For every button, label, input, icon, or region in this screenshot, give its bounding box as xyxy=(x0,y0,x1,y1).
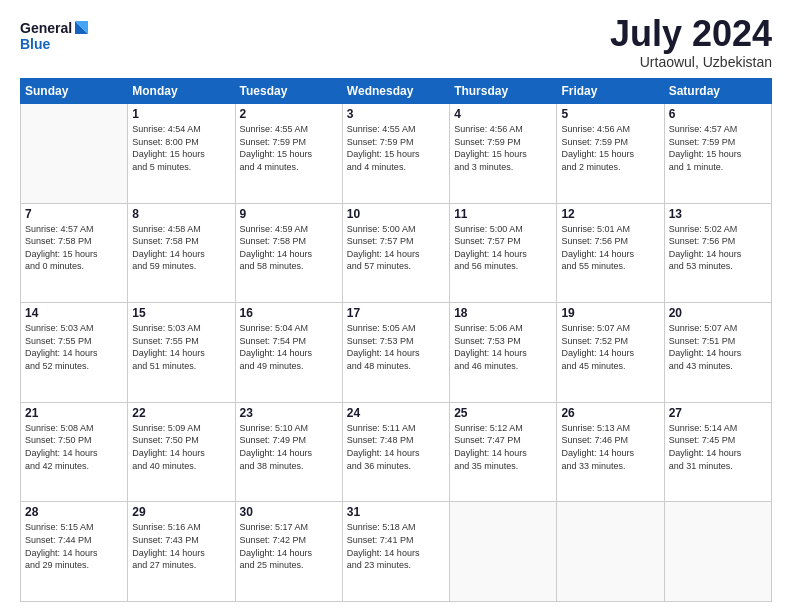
calendar-cell xyxy=(21,104,128,204)
day-info: Sunrise: 4:55 AM Sunset: 7:59 PM Dayligh… xyxy=(240,123,338,173)
calendar-cell: 25Sunrise: 5:12 AM Sunset: 7:47 PM Dayli… xyxy=(450,402,557,502)
calendar-week-row: 28Sunrise: 5:15 AM Sunset: 7:44 PM Dayli… xyxy=(21,502,772,602)
calendar-cell: 3Sunrise: 4:55 AM Sunset: 7:59 PM Daylig… xyxy=(342,104,449,204)
svg-text:Blue: Blue xyxy=(20,36,51,52)
header: GeneralBlue July 2024 Urtaowul, Uzbekist… xyxy=(20,16,772,70)
day-number: 25 xyxy=(454,406,552,420)
day-info: Sunrise: 5:05 AM Sunset: 7:53 PM Dayligh… xyxy=(347,322,445,372)
day-number: 28 xyxy=(25,505,123,519)
calendar-cell: 18Sunrise: 5:06 AM Sunset: 7:53 PM Dayli… xyxy=(450,303,557,403)
day-info: Sunrise: 5:10 AM Sunset: 7:49 PM Dayligh… xyxy=(240,422,338,472)
day-number: 31 xyxy=(347,505,445,519)
weekday-header-wednesday: Wednesday xyxy=(342,79,449,104)
day-number: 22 xyxy=(132,406,230,420)
day-number: 3 xyxy=(347,107,445,121)
day-number: 8 xyxy=(132,207,230,221)
calendar-week-row: 1Sunrise: 4:54 AM Sunset: 8:00 PM Daylig… xyxy=(21,104,772,204)
day-info: Sunrise: 5:08 AM Sunset: 7:50 PM Dayligh… xyxy=(25,422,123,472)
day-info: Sunrise: 5:07 AM Sunset: 7:51 PM Dayligh… xyxy=(669,322,767,372)
calendar-cell: 6Sunrise: 4:57 AM Sunset: 7:59 PM Daylig… xyxy=(664,104,771,204)
day-number: 2 xyxy=(240,107,338,121)
svg-text:General: General xyxy=(20,20,72,36)
day-number: 5 xyxy=(561,107,659,121)
calendar-cell: 16Sunrise: 5:04 AM Sunset: 7:54 PM Dayli… xyxy=(235,303,342,403)
calendar-cell xyxy=(450,502,557,602)
calendar-cell: 8Sunrise: 4:58 AM Sunset: 7:58 PM Daylig… xyxy=(128,203,235,303)
day-info: Sunrise: 4:55 AM Sunset: 7:59 PM Dayligh… xyxy=(347,123,445,173)
day-number: 16 xyxy=(240,306,338,320)
day-info: Sunrise: 4:57 AM Sunset: 7:59 PM Dayligh… xyxy=(669,123,767,173)
day-info: Sunrise: 5:16 AM Sunset: 7:43 PM Dayligh… xyxy=(132,521,230,571)
calendar-body: 1Sunrise: 4:54 AM Sunset: 8:00 PM Daylig… xyxy=(21,104,772,602)
weekday-header-monday: Monday xyxy=(128,79,235,104)
calendar-cell: 27Sunrise: 5:14 AM Sunset: 7:45 PM Dayli… xyxy=(664,402,771,502)
page: GeneralBlue July 2024 Urtaowul, Uzbekist… xyxy=(0,0,792,612)
day-number: 20 xyxy=(669,306,767,320)
day-info: Sunrise: 4:58 AM Sunset: 7:58 PM Dayligh… xyxy=(132,223,230,273)
day-info: Sunrise: 5:13 AM Sunset: 7:46 PM Dayligh… xyxy=(561,422,659,472)
location: Urtaowul, Uzbekistan xyxy=(610,54,772,70)
calendar-cell: 11Sunrise: 5:00 AM Sunset: 7:57 PM Dayli… xyxy=(450,203,557,303)
day-info: Sunrise: 5:03 AM Sunset: 7:55 PM Dayligh… xyxy=(25,322,123,372)
calendar-cell: 21Sunrise: 5:08 AM Sunset: 7:50 PM Dayli… xyxy=(21,402,128,502)
day-number: 24 xyxy=(347,406,445,420)
calendar-cell: 19Sunrise: 5:07 AM Sunset: 7:52 PM Dayli… xyxy=(557,303,664,403)
day-info: Sunrise: 4:56 AM Sunset: 7:59 PM Dayligh… xyxy=(454,123,552,173)
day-info: Sunrise: 5:07 AM Sunset: 7:52 PM Dayligh… xyxy=(561,322,659,372)
day-info: Sunrise: 5:02 AM Sunset: 7:56 PM Dayligh… xyxy=(669,223,767,273)
day-info: Sunrise: 5:01 AM Sunset: 7:56 PM Dayligh… xyxy=(561,223,659,273)
day-info: Sunrise: 5:15 AM Sunset: 7:44 PM Dayligh… xyxy=(25,521,123,571)
title-block: July 2024 Urtaowul, Uzbekistan xyxy=(610,16,772,70)
calendar-cell xyxy=(664,502,771,602)
day-number: 18 xyxy=(454,306,552,320)
day-info: Sunrise: 5:00 AM Sunset: 7:57 PM Dayligh… xyxy=(454,223,552,273)
calendar-cell: 20Sunrise: 5:07 AM Sunset: 7:51 PM Dayli… xyxy=(664,303,771,403)
day-number: 13 xyxy=(669,207,767,221)
day-number: 19 xyxy=(561,306,659,320)
day-number: 27 xyxy=(669,406,767,420)
day-info: Sunrise: 4:59 AM Sunset: 7:58 PM Dayligh… xyxy=(240,223,338,273)
day-info: Sunrise: 4:56 AM Sunset: 7:59 PM Dayligh… xyxy=(561,123,659,173)
calendar-cell: 12Sunrise: 5:01 AM Sunset: 7:56 PM Dayli… xyxy=(557,203,664,303)
day-number: 9 xyxy=(240,207,338,221)
weekday-header-thursday: Thursday xyxy=(450,79,557,104)
calendar-cell: 23Sunrise: 5:10 AM Sunset: 7:49 PM Dayli… xyxy=(235,402,342,502)
day-number: 14 xyxy=(25,306,123,320)
calendar-week-row: 14Sunrise: 5:03 AM Sunset: 7:55 PM Dayli… xyxy=(21,303,772,403)
calendar-cell: 17Sunrise: 5:05 AM Sunset: 7:53 PM Dayli… xyxy=(342,303,449,403)
weekday-header-tuesday: Tuesday xyxy=(235,79,342,104)
calendar-cell: 26Sunrise: 5:13 AM Sunset: 7:46 PM Dayli… xyxy=(557,402,664,502)
calendar-cell: 10Sunrise: 5:00 AM Sunset: 7:57 PM Dayli… xyxy=(342,203,449,303)
day-info: Sunrise: 5:00 AM Sunset: 7:57 PM Dayligh… xyxy=(347,223,445,273)
calendar-cell: 28Sunrise: 5:15 AM Sunset: 7:44 PM Dayli… xyxy=(21,502,128,602)
day-number: 29 xyxy=(132,505,230,519)
calendar-cell: 2Sunrise: 4:55 AM Sunset: 7:59 PM Daylig… xyxy=(235,104,342,204)
calendar-table: SundayMondayTuesdayWednesdayThursdayFrid… xyxy=(20,78,772,602)
day-number: 30 xyxy=(240,505,338,519)
day-number: 6 xyxy=(669,107,767,121)
calendar-cell: 31Sunrise: 5:18 AM Sunset: 7:41 PM Dayli… xyxy=(342,502,449,602)
logo: GeneralBlue xyxy=(20,16,90,56)
day-number: 10 xyxy=(347,207,445,221)
calendar-cell: 4Sunrise: 4:56 AM Sunset: 7:59 PM Daylig… xyxy=(450,104,557,204)
weekday-header-friday: Friday xyxy=(557,79,664,104)
weekday-header-saturday: Saturday xyxy=(664,79,771,104)
day-number: 4 xyxy=(454,107,552,121)
calendar-cell: 24Sunrise: 5:11 AM Sunset: 7:48 PM Dayli… xyxy=(342,402,449,502)
calendar-header: SundayMondayTuesdayWednesdayThursdayFrid… xyxy=(21,79,772,104)
calendar-cell: 1Sunrise: 4:54 AM Sunset: 8:00 PM Daylig… xyxy=(128,104,235,204)
day-info: Sunrise: 5:03 AM Sunset: 7:55 PM Dayligh… xyxy=(132,322,230,372)
day-number: 11 xyxy=(454,207,552,221)
day-info: Sunrise: 4:54 AM Sunset: 8:00 PM Dayligh… xyxy=(132,123,230,173)
day-info: Sunrise: 5:09 AM Sunset: 7:50 PM Dayligh… xyxy=(132,422,230,472)
calendar-cell: 30Sunrise: 5:17 AM Sunset: 7:42 PM Dayli… xyxy=(235,502,342,602)
calendar-cell: 7Sunrise: 4:57 AM Sunset: 7:58 PM Daylig… xyxy=(21,203,128,303)
day-info: Sunrise: 5:06 AM Sunset: 7:53 PM Dayligh… xyxy=(454,322,552,372)
weekday-header-sunday: Sunday xyxy=(21,79,128,104)
day-info: Sunrise: 5:11 AM Sunset: 7:48 PM Dayligh… xyxy=(347,422,445,472)
day-number: 17 xyxy=(347,306,445,320)
day-number: 7 xyxy=(25,207,123,221)
calendar-cell: 14Sunrise: 5:03 AM Sunset: 7:55 PM Dayli… xyxy=(21,303,128,403)
calendar-cell: 13Sunrise: 5:02 AM Sunset: 7:56 PM Dayli… xyxy=(664,203,771,303)
day-info: Sunrise: 4:57 AM Sunset: 7:58 PM Dayligh… xyxy=(25,223,123,273)
